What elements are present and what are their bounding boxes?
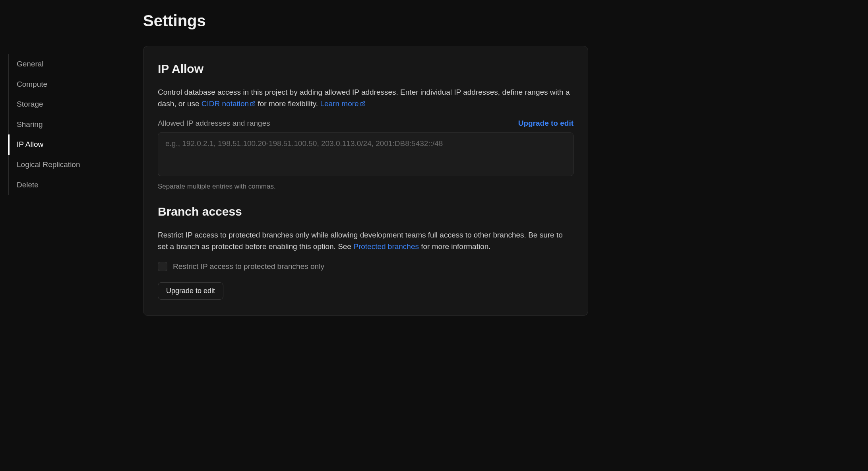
sidebar-item-compute[interactable]: Compute <box>9 74 143 95</box>
restrict-ip-checkbox[interactable] <box>158 262 167 271</box>
ip-allow-title: IP Allow <box>158 62 574 76</box>
page-title: Settings <box>143 12 588 30</box>
ip-allow-description: Control database access in this project … <box>158 87 574 109</box>
protected-branches-link[interactable]: Protected branches <box>353 242 419 251</box>
ip-help-text: Separate multiple entries with commas. <box>158 183 574 191</box>
sidebar-item-sharing[interactable]: Sharing <box>9 115 143 135</box>
ip-allow-desc-middle: for more flexibility. <box>256 99 320 108</box>
branch-access-description: Restrict IP access to protected branches… <box>158 230 574 252</box>
cidr-notation-link[interactable]: CIDR notation <box>202 99 256 108</box>
learn-more-link[interactable]: Learn more <box>320 99 365 108</box>
sidebar-nav: General Compute Storage Sharing IP Allow… <box>8 54 143 195</box>
sidebar-item-general[interactable]: General <box>9 54 143 74</box>
external-link-icon <box>360 101 366 107</box>
branch-desc-suffix: for more information. <box>419 242 491 251</box>
sidebar-item-storage[interactable]: Storage <box>9 94 143 115</box>
settings-sidebar: General Compute Storage Sharing IP Allow… <box>0 12 143 316</box>
ip-field-label-row: Allowed IP addresses and ranges Upgrade … <box>158 119 574 128</box>
sidebar-item-ip-allow[interactable]: IP Allow <box>8 134 143 155</box>
restrict-checkbox-row: Restrict IP access to protected branches… <box>158 262 574 271</box>
upgrade-to-edit-button[interactable]: Upgrade to edit <box>158 282 223 300</box>
svg-line-0 <box>252 101 255 104</box>
restrict-checkbox-label: Restrict IP access to protected branches… <box>173 262 324 271</box>
main-content: Settings IP Allow Control database acces… <box>143 12 668 316</box>
upgrade-to-edit-link[interactable]: Upgrade to edit <box>518 119 574 128</box>
external-link-icon <box>250 101 256 107</box>
ip-addresses-input[interactable] <box>158 132 574 176</box>
ip-field-label: Allowed IP addresses and ranges <box>158 119 270 128</box>
settings-card: IP Allow Control database access in this… <box>143 46 588 316</box>
sidebar-item-logical-replication[interactable]: Logical Replication <box>9 155 143 175</box>
branch-access-title: Branch access <box>158 205 574 218</box>
sidebar-item-delete[interactable]: Delete <box>9 175 143 195</box>
svg-line-1 <box>362 101 364 104</box>
